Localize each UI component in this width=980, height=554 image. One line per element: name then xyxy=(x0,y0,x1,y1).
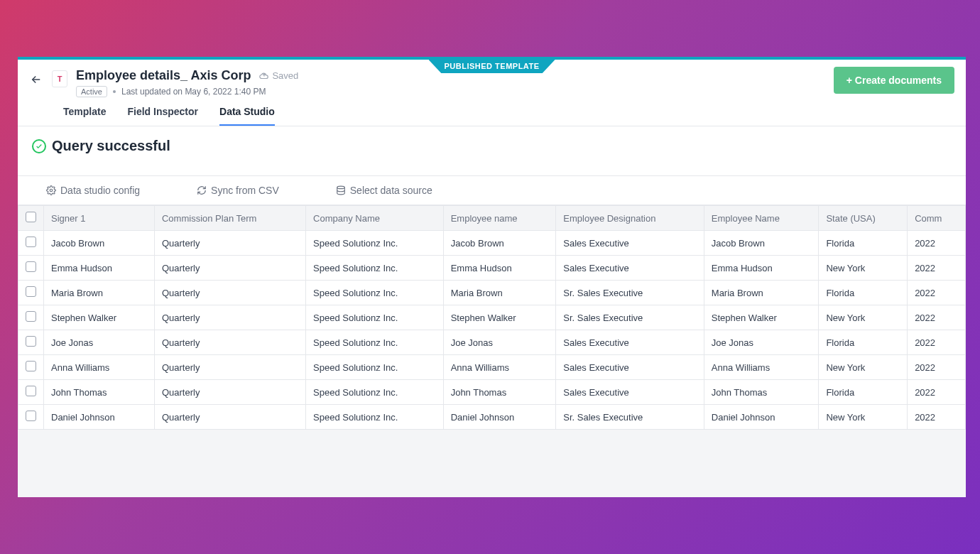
table-row: Joe JonasQuarterlySpeed Solutionz Inc.Jo… xyxy=(18,330,966,355)
create-documents-button[interactable]: + Create documents xyxy=(834,67,954,94)
cell: Daniel Johnson xyxy=(443,405,556,430)
cell: 2022 xyxy=(908,231,966,256)
select-data-source-button[interactable]: Select data source xyxy=(336,185,432,196)
cell: Stephen Walker xyxy=(704,305,819,330)
cell: Quarterly xyxy=(154,330,305,355)
cell: Quarterly xyxy=(154,405,305,430)
cell: Speed Solutionz Inc. xyxy=(306,256,444,281)
col-commission: Commission Plan Term xyxy=(154,206,305,231)
cell: John Thomas xyxy=(44,380,155,405)
table-container: Signer 1 Commission Plan Term Company Na… xyxy=(18,205,966,430)
row-select-cell xyxy=(18,380,44,405)
row-select-cell xyxy=(18,281,44,305)
status-chip: Active xyxy=(76,86,107,97)
last-updated: Last updated on May 6, 2022 1:40 PM xyxy=(121,87,266,97)
cell: Speed Solutionz Inc. xyxy=(306,355,444,380)
cell: Maria Brown xyxy=(443,281,556,305)
row-checkbox[interactable] xyxy=(26,411,36,421)
row-select-cell xyxy=(18,256,44,281)
row-checkbox[interactable] xyxy=(26,386,36,396)
cell: 2022 xyxy=(908,355,966,380)
cell: Quarterly xyxy=(154,256,305,281)
table-row: Daniel JohnsonQuarterlySpeed Solutionz I… xyxy=(18,405,966,430)
cell: Speed Solutionz Inc. xyxy=(306,305,444,330)
cell: Emma Hudson xyxy=(443,256,556,281)
cell: Stephen Walker xyxy=(44,305,155,330)
cell: Sales Executive xyxy=(556,380,704,405)
saved-status: Saved xyxy=(259,70,298,81)
select-all-cell xyxy=(18,206,44,231)
cell: Florida xyxy=(819,330,908,355)
cell: Stephen Walker xyxy=(443,305,556,330)
cell: Anna Williams xyxy=(44,355,155,380)
cell: Sr. Sales Executive xyxy=(556,405,704,430)
row-select-cell xyxy=(18,231,44,256)
svg-point-1 xyxy=(337,186,345,189)
cell: 2022 xyxy=(908,380,966,405)
cell: Quarterly xyxy=(154,355,305,380)
published-badge: PUBLISHED TEMPLATE xyxy=(428,60,555,73)
cell: Maria Brown xyxy=(704,281,819,305)
cell: Daniel Johnson xyxy=(704,405,819,430)
row-checkbox[interactable] xyxy=(26,261,36,272)
back-arrow-icon[interactable] xyxy=(28,71,45,88)
query-status: Query successful xyxy=(18,126,966,176)
toolbar-config-label: Data studio config xyxy=(60,185,140,196)
gear-icon xyxy=(46,185,56,195)
tab-template[interactable]: Template xyxy=(63,106,106,126)
sync-csv-button[interactable]: Sync from CSV xyxy=(197,185,279,196)
cell: Speed Solutionz Inc. xyxy=(306,380,444,405)
tab-data-studio[interactable]: Data Studio xyxy=(219,106,275,126)
cell: Sr. Sales Executive xyxy=(556,305,704,330)
cell: New York xyxy=(819,355,908,380)
cell: Joe Jonas xyxy=(44,330,155,355)
separator-dot xyxy=(113,90,116,93)
data-studio-config-button[interactable]: Data studio config xyxy=(46,185,140,196)
col-emp-name1: Employee name xyxy=(443,206,556,231)
col-signer: Signer 1 xyxy=(44,206,155,231)
cell: 2022 xyxy=(908,281,966,305)
cell: Jacob Brown xyxy=(704,231,819,256)
cell: Sales Executive xyxy=(556,256,704,281)
cell: Quarterly xyxy=(154,231,305,256)
row-checkbox[interactable] xyxy=(26,336,36,347)
cell: John Thomas xyxy=(443,380,556,405)
table-row: John ThomasQuarterlySpeed Solutionz Inc.… xyxy=(18,380,966,405)
cell: Quarterly xyxy=(154,281,305,305)
table-row: Stephen WalkerQuarterlySpeed Solutionz I… xyxy=(18,305,966,330)
cell: Florida xyxy=(819,380,908,405)
cell: Speed Solutionz Inc. xyxy=(306,281,444,305)
cell: Florida xyxy=(819,281,908,305)
page-title: Employee details_ Axis Corp xyxy=(76,68,251,83)
select-all-checkbox[interactable] xyxy=(26,212,36,222)
cell: Anna Williams xyxy=(704,355,819,380)
cell: Speed Solutionz Inc. xyxy=(306,231,444,256)
cell: Sr. Sales Executive xyxy=(556,281,704,305)
row-select-cell xyxy=(18,305,44,330)
cell: 2022 xyxy=(908,256,966,281)
table-row: Emma HudsonQuarterlySpeed Solutionz Inc.… xyxy=(18,256,966,281)
row-checkbox[interactable] xyxy=(26,237,36,247)
cell: Sales Executive xyxy=(556,231,704,256)
table-row: Maria BrownQuarterlySpeed Solutionz Inc.… xyxy=(18,281,966,305)
cell: Maria Brown xyxy=(44,281,155,305)
col-state: State (USA) xyxy=(819,206,908,231)
cell: 2022 xyxy=(908,305,966,330)
tab-field-inspector[interactable]: Field Inspector xyxy=(127,106,198,126)
cell: Speed Solutionz Inc. xyxy=(306,330,444,355)
cell: Quarterly xyxy=(154,380,305,405)
cell: Emma Hudson xyxy=(704,256,819,281)
cloud-icon xyxy=(259,71,269,81)
row-checkbox[interactable] xyxy=(26,286,36,297)
row-checkbox[interactable] xyxy=(26,311,36,322)
cell: John Thomas xyxy=(704,380,819,405)
query-status-text: Query successful xyxy=(52,138,170,154)
row-select-cell xyxy=(18,405,44,430)
row-checkbox[interactable] xyxy=(26,361,36,371)
database-icon xyxy=(336,185,346,195)
check-circle-icon xyxy=(32,139,46,153)
cell: 2022 xyxy=(908,330,966,355)
cell: 2022 xyxy=(908,405,966,430)
cell: New York xyxy=(819,305,908,330)
cell: Sales Executive xyxy=(556,355,704,380)
